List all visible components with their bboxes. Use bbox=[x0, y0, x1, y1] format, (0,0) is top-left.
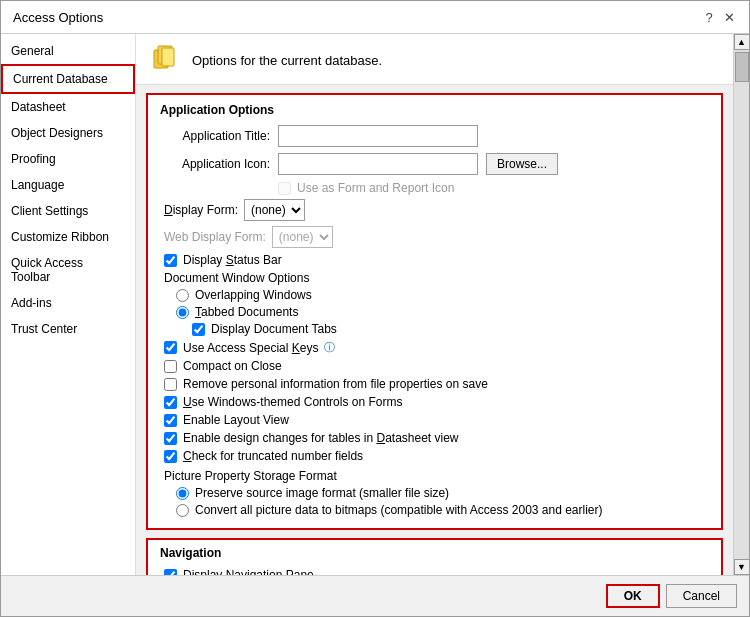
use-windows-themed-label: Use Windows-themed Controls on Forms bbox=[183, 395, 402, 409]
title-bar: Access Options ? ✕ bbox=[1, 1, 749, 34]
compact-on-close-row: Compact on Close bbox=[160, 359, 709, 373]
check-truncated-label: Check for truncated number fields bbox=[183, 449, 363, 463]
compact-on-close-checkbox[interactable] bbox=[164, 360, 177, 373]
sidebar-item-object-designers[interactable]: Object Designers bbox=[1, 120, 135, 146]
use-access-special-keys-row: Use Access Special Keys ⓘ bbox=[160, 340, 709, 355]
use-windows-themed-checkbox[interactable] bbox=[164, 396, 177, 409]
sidebar-item-add-ins[interactable]: Add-ins bbox=[1, 290, 135, 316]
remove-personal-info-checkbox[interactable] bbox=[164, 378, 177, 391]
sidebar-item-proofing[interactable]: Proofing bbox=[1, 146, 135, 172]
dialog-title: Access Options bbox=[13, 10, 103, 25]
dialog-footer: OK Cancel bbox=[1, 575, 749, 616]
picture-property-label: Picture Property Storage Format bbox=[160, 469, 709, 483]
use-access-special-keys-checkbox[interactable] bbox=[164, 341, 177, 354]
document-window-options-label: Document Window Options bbox=[160, 271, 709, 285]
app-title-label: Application Title: bbox=[160, 129, 270, 143]
sidebar-item-general[interactable]: General bbox=[1, 38, 135, 64]
display-form-label: Display Form: bbox=[164, 203, 238, 217]
web-display-form-label: Web Display Form: bbox=[164, 230, 266, 244]
sidebar: General Current Database Datasheet Objec… bbox=[1, 34, 136, 575]
app-icon-label: Application Icon: bbox=[160, 157, 270, 171]
app-title-row: Application Title: bbox=[160, 125, 709, 147]
convert-picture-label: Convert all picture data to bitmaps (com… bbox=[195, 503, 603, 517]
scroll-thumb[interactable] bbox=[735, 52, 749, 82]
display-status-bar-checkbox[interactable] bbox=[164, 254, 177, 267]
help-button[interactable]: ? bbox=[701, 9, 717, 25]
web-display-form-row: Web Display Form: (none) bbox=[160, 226, 709, 248]
check-truncated-checkbox[interactable] bbox=[164, 450, 177, 463]
convert-picture-radio[interactable] bbox=[176, 504, 189, 517]
preserve-source-label: Preserve source image format (smaller fi… bbox=[195, 486, 449, 500]
sidebar-item-quick-access-toolbar[interactable]: Quick Access Toolbar bbox=[1, 250, 135, 290]
use-form-icon-row: Use as Form and Report Icon bbox=[160, 181, 709, 195]
enable-design-changes-checkbox[interactable] bbox=[164, 432, 177, 445]
enable-layout-view-checkbox[interactable] bbox=[164, 414, 177, 427]
convert-picture-row: Convert all picture data to bitmaps (com… bbox=[160, 503, 709, 517]
overlapping-windows-label: Overlapping Windows bbox=[195, 288, 312, 302]
content-header: Options for the current database. bbox=[136, 34, 733, 85]
enable-layout-view-label: Enable Layout View bbox=[183, 413, 289, 427]
app-icon-row: Application Icon: Browse... bbox=[160, 153, 709, 175]
compact-on-close-label: Compact on Close bbox=[183, 359, 282, 373]
special-keys-help-icon[interactable]: ⓘ bbox=[324, 340, 335, 355]
preserve-source-row: Preserve source image format (smaller fi… bbox=[160, 486, 709, 500]
overlapping-windows-row: Overlapping Windows bbox=[160, 288, 709, 302]
application-options-section: Application Options Application Title: A… bbox=[146, 93, 723, 530]
sidebar-item-datasheet[interactable]: Datasheet bbox=[1, 94, 135, 120]
web-display-form-select[interactable]: (none) bbox=[272, 226, 333, 248]
overlapping-windows-radio[interactable] bbox=[176, 289, 189, 302]
cancel-button[interactable]: Cancel bbox=[666, 584, 737, 608]
tabbed-documents-label: Tabbed Documents bbox=[195, 305, 298, 319]
app-icon-input[interactable] bbox=[278, 153, 478, 175]
display-document-tabs-row: Display Document Tabs bbox=[160, 322, 709, 336]
use-windows-themed-row: Use Windows-themed Controls on Forms bbox=[160, 395, 709, 409]
display-nav-pane-label: Display Navigation Pane bbox=[183, 568, 314, 575]
enable-layout-view-row: Enable Layout View bbox=[160, 413, 709, 427]
remove-personal-info-label: Remove personal information from file pr… bbox=[183, 377, 488, 391]
enable-design-changes-label: Enable design changes for tables in Data… bbox=[183, 431, 459, 445]
tabbed-documents-row: Tabbed Documents bbox=[160, 305, 709, 319]
sidebar-item-language[interactable]: Language bbox=[1, 172, 135, 198]
remove-personal-info-row: Remove personal information from file pr… bbox=[160, 377, 709, 391]
display-status-bar-row: Display Status Bar bbox=[160, 253, 709, 267]
enable-design-changes-row: Enable design changes for tables in Data… bbox=[160, 431, 709, 445]
scroll-track bbox=[734, 50, 749, 559]
main-content: Options for the current database. Applic… bbox=[136, 34, 733, 575]
sidebar-item-customize-ribbon[interactable]: Customize Ribbon bbox=[1, 224, 135, 250]
access-options-dialog: Access Options ? ✕ General Current Datab… bbox=[0, 0, 750, 617]
use-form-icon-label: Use as Form and Report Icon bbox=[297, 181, 454, 195]
display-form-row: Display Form: (none) bbox=[160, 199, 709, 221]
display-nav-pane-row: Display Navigation Pane bbox=[160, 568, 709, 575]
svg-rect-2 bbox=[162, 48, 174, 66]
database-icon bbox=[150, 44, 182, 76]
check-truncated-row: Check for truncated number fields bbox=[160, 449, 709, 463]
title-bar-buttons: ? ✕ bbox=[701, 9, 737, 25]
navigation-title: Navigation bbox=[160, 546, 709, 560]
display-status-bar-label: Display Status Bar bbox=[183, 253, 282, 267]
scroll-up-button[interactable]: ▲ bbox=[734, 34, 750, 50]
right-panel: Options for the current database. Applic… bbox=[136, 34, 749, 575]
browse-button[interactable]: Browse... bbox=[486, 153, 558, 175]
application-options-title: Application Options bbox=[160, 103, 709, 117]
tabbed-documents-radio[interactable] bbox=[176, 306, 189, 319]
display-document-tabs-checkbox[interactable] bbox=[192, 323, 205, 336]
content-header-text: Options for the current database. bbox=[192, 53, 382, 68]
vertical-scrollbar: ▲ ▼ bbox=[733, 34, 749, 575]
preserve-source-radio[interactable] bbox=[176, 487, 189, 500]
sidebar-item-current-database[interactable]: Current Database bbox=[1, 64, 135, 94]
ok-button[interactable]: OK bbox=[606, 584, 660, 608]
sidebar-item-trust-center[interactable]: Trust Center bbox=[1, 316, 135, 342]
display-document-tabs-label: Display Document Tabs bbox=[211, 322, 337, 336]
app-title-input[interactable] bbox=[278, 125, 478, 147]
scroll-down-button[interactable]: ▼ bbox=[734, 559, 750, 575]
use-form-icon-checkbox[interactable] bbox=[278, 182, 291, 195]
use-access-special-keys-label: Use Access Special Keys bbox=[183, 341, 318, 355]
display-form-select[interactable]: (none) bbox=[244, 199, 305, 221]
content-scroll: Application Options Application Title: A… bbox=[136, 85, 733, 575]
sidebar-item-client-settings[interactable]: Client Settings bbox=[1, 198, 135, 224]
navigation-section: Navigation Display Navigation Pane bbox=[146, 538, 723, 575]
dialog-body: General Current Database Datasheet Objec… bbox=[1, 34, 749, 575]
close-button[interactable]: ✕ bbox=[721, 9, 737, 25]
